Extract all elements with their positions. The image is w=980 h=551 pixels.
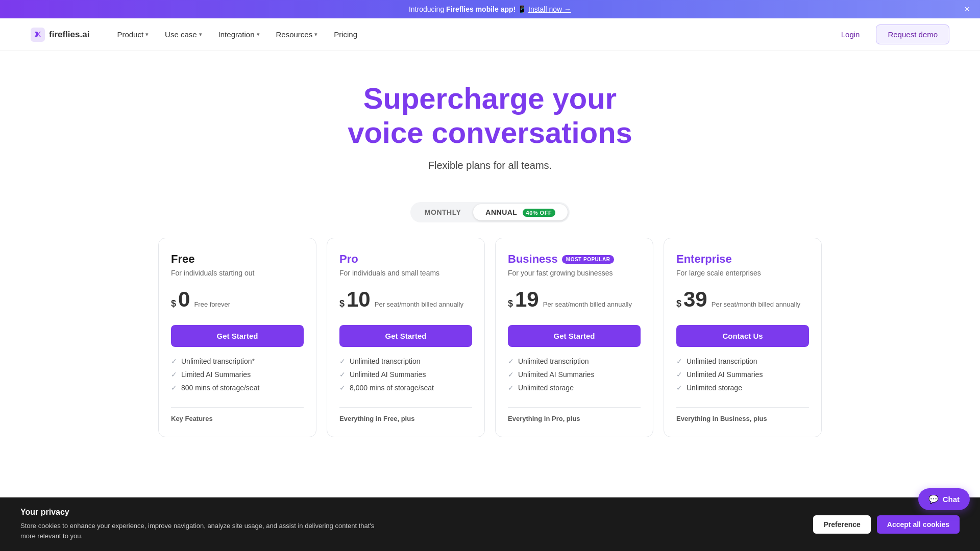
- plan-name-enterprise: Enterprise: [676, 253, 809, 266]
- plan-name-business: Business: [508, 253, 558, 266]
- plan-card-business: Business MOST POPULAR For your fast grow…: [495, 238, 653, 437]
- install-link[interactable]: Install now →: [528, 5, 571, 13]
- feature-item: ✓ Unlimited transcription: [676, 357, 809, 365]
- feature-item: ✓ Limited AI Summaries: [171, 370, 304, 379]
- feature-item: ✓ Unlimited AI Summaries: [508, 370, 641, 379]
- hero-headline: Supercharge your voice conversations: [10, 82, 970, 149]
- divider: [339, 407, 472, 408]
- nav-pricing[interactable]: Pricing: [327, 26, 364, 43]
- nav-product[interactable]: Product ▾: [110, 26, 156, 43]
- divider: [508, 407, 641, 408]
- divider: [171, 407, 304, 408]
- feature-list-business: ✓ Unlimited transcription ✓ Unlimited AI…: [508, 357, 641, 392]
- feature-item: ✓ Unlimited AI Summaries: [339, 370, 472, 379]
- price-dollar-pro: $: [339, 298, 345, 309]
- banner-close-button[interactable]: ×: [964, 4, 970, 15]
- feature-list-pro: ✓ Unlimited transcription ✓ Unlimited AI…: [339, 357, 472, 392]
- section-label-free: Key Features: [171, 415, 304, 422]
- plan-card-free: Free For individuals starting out $ 0 Fr…: [158, 238, 316, 437]
- check-icon: ✓: [676, 384, 682, 392]
- plan-desc-enterprise: For large scale enterprises: [676, 269, 809, 277]
- logo-icon: [31, 28, 45, 42]
- section-label-pro: Everything in Free, plus: [339, 415, 472, 422]
- nav-actions: Login Request demo: [831, 24, 949, 44]
- section-label-enterprise: Everything in Business, plus: [676, 415, 809, 422]
- plan-price-enterprise: $ 39 Per seat/month billed annually: [676, 287, 809, 312]
- check-icon: ✓: [508, 384, 514, 392]
- price-note-enterprise: Per seat/month billed annually: [712, 300, 800, 308]
- chevron-down-icon: ▾: [314, 31, 317, 38]
- nav-links: Product ▾ Use case ▾ Integration ▾ Resou…: [110, 26, 830, 43]
- feature-item: ✓ 8,000 mins of storage/seat: [339, 384, 472, 392]
- price-dollar-enterprise: $: [676, 298, 681, 309]
- pricing-section: Free For individuals starting out $ 0 Fr…: [0, 238, 980, 458]
- hero-subheadline: Flexible plans for all teams.: [10, 160, 970, 171]
- plan-price-free: $ 0 Free forever: [171, 287, 304, 312]
- section-label-business: Everything in Pro, plus: [508, 415, 641, 422]
- feature-item: ✓ Unlimited transcription: [508, 357, 641, 365]
- pricing-cards-grid: Free For individuals starting out $ 0 Fr…: [158, 238, 822, 437]
- feature-item: ✓ Unlimited storage: [676, 384, 809, 392]
- hero-section: Supercharge your voice conversations Fle…: [0, 51, 980, 187]
- plan-card-enterprise: Enterprise For large scale enterprises $…: [664, 238, 822, 437]
- logo-text: fireflies.ai: [49, 30, 89, 40]
- price-amount-enterprise: 39: [683, 287, 707, 312]
- discount-badge: 40% OFF: [523, 209, 556, 217]
- most-popular-badge: MOST POPULAR: [562, 255, 615, 264]
- cta-enterprise[interactable]: Contact Us: [676, 325, 809, 347]
- billing-toggle: MONTHLY ANNUAL 40% OFF: [0, 202, 980, 222]
- feature-list-enterprise: ✓ Unlimited transcription ✓ Unlimited AI…: [676, 357, 809, 392]
- price-amount-pro: 10: [347, 287, 371, 312]
- price-note-business: Per seat/month billed annually: [543, 300, 632, 308]
- feature-item: ✓ Unlimited storage: [508, 384, 641, 392]
- check-icon: ✓: [676, 370, 682, 379]
- check-icon: ✓: [171, 370, 177, 379]
- toggle-annual[interactable]: ANNUAL 40% OFF: [473, 204, 568, 220]
- nav-integration[interactable]: Integration ▾: [211, 26, 267, 43]
- check-icon: ✓: [339, 370, 346, 379]
- check-icon: ✓: [171, 384, 177, 392]
- login-button[interactable]: Login: [831, 26, 870, 43]
- request-demo-button[interactable]: Request demo: [876, 24, 949, 44]
- chevron-down-icon: ▾: [145, 31, 149, 38]
- plan-desc-free: For individuals starting out: [171, 269, 304, 277]
- plan-card-pro: Pro For individuals and small teams $ 10…: [327, 238, 485, 437]
- nav-usecase[interactable]: Use case ▾: [158, 26, 209, 43]
- price-dollar-business: $: [508, 298, 513, 309]
- check-icon: ✓: [676, 357, 682, 365]
- cta-free[interactable]: Get Started: [171, 325, 304, 347]
- navbar: fireflies.ai Product ▾ Use case ▾ Integr…: [0, 18, 980, 51]
- feature-item: ✓ Unlimited transcription*: [171, 357, 304, 365]
- check-icon: ✓: [339, 384, 346, 392]
- divider: [676, 407, 809, 408]
- cta-pro[interactable]: Get Started: [339, 325, 472, 347]
- feature-item: ✓ 800 mins of storage/seat: [171, 384, 304, 392]
- check-icon: ✓: [508, 370, 514, 379]
- toggle-monthly[interactable]: MONTHLY: [412, 204, 473, 220]
- toggle-container: MONTHLY ANNUAL 40% OFF: [410, 202, 570, 222]
- check-icon: ✓: [171, 357, 177, 365]
- plan-price-business: $ 19 Per seat/month billed annually: [508, 287, 641, 312]
- feature-list-free: ✓ Unlimited transcription* ✓ Limited AI …: [171, 357, 304, 392]
- chevron-down-icon: ▾: [199, 31, 202, 38]
- plan-name-row-business: Business MOST POPULAR: [508, 253, 641, 266]
- plan-desc-pro: For individuals and small teams: [339, 269, 472, 277]
- top-banner: Introducing Fireflies mobile app! 📱 Inst…: [0, 0, 980, 18]
- banner-text: Introducing Fireflies mobile app! 📱 Inst…: [409, 5, 571, 13]
- price-dollar-free: $: [171, 298, 176, 309]
- cta-business[interactable]: Get Started: [508, 325, 641, 347]
- logo-link[interactable]: fireflies.ai: [31, 28, 89, 42]
- nav-resources[interactable]: Resources ▾: [269, 26, 325, 43]
- plan-name-pro: Pro: [339, 253, 472, 266]
- price-amount-business: 19: [515, 287, 539, 312]
- plan-name-free: Free: [171, 253, 304, 266]
- price-note-pro: Per seat/month billed annually: [375, 300, 463, 308]
- price-note-free: Free forever: [194, 300, 230, 308]
- price-amount-free: 0: [178, 287, 190, 312]
- feature-item: ✓ Unlimited AI Summaries: [676, 370, 809, 379]
- check-icon: ✓: [508, 357, 514, 365]
- plan-price-pro: $ 10 Per seat/month billed annually: [339, 287, 472, 312]
- chevron-down-icon: ▾: [257, 31, 260, 38]
- feature-item: ✓ Unlimited transcription: [339, 357, 472, 365]
- check-icon: ✓: [339, 357, 346, 365]
